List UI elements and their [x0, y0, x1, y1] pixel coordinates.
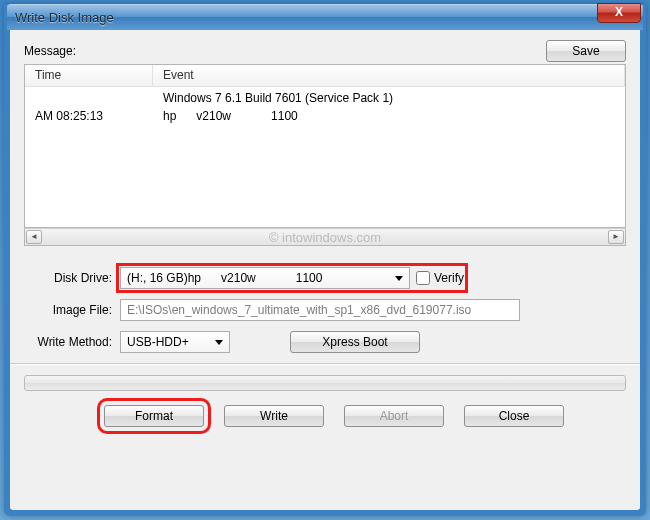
- message-label: Message:: [24, 44, 76, 58]
- titlebar[interactable]: Write Disk Image X: [7, 4, 643, 30]
- client-area: Message: Save Time Event Windows 7 6.1 B…: [10, 30, 640, 510]
- format-button[interactable]: Format: [104, 405, 204, 427]
- col-event[interactable]: Event: [153, 65, 625, 86]
- divider: [10, 363, 640, 365]
- close-button[interactable]: Close: [464, 405, 564, 427]
- verify-label: Verify: [434, 271, 464, 285]
- window: Write Disk Image X Message: Save Time Ev…: [4, 4, 646, 516]
- image-file-label: Image File:: [24, 303, 120, 317]
- write-method-label: Write Method:: [24, 335, 120, 349]
- disk-drive-label: Disk Drive:: [24, 271, 120, 285]
- list-row[interactable]: AM 08:25:13 hp v210w 1100: [25, 107, 625, 125]
- horizontal-scrollbar[interactable]: ◄ ►: [24, 228, 626, 246]
- event-list[interactable]: Time Event Windows 7 6.1 Build 7601 (Ser…: [24, 64, 626, 228]
- abort-button[interactable]: Abort: [344, 405, 444, 427]
- close-icon[interactable]: X: [597, 3, 641, 23]
- list-row[interactable]: Windows 7 6.1 Build 7601 (Service Pack 1…: [25, 89, 625, 107]
- verify-checkbox[interactable]: [416, 271, 430, 285]
- progress-bar: [24, 375, 626, 391]
- disk-drive-select[interactable]: (H:, 16 GB)hp v210w 1100: [120, 267, 410, 289]
- window-title: Write Disk Image: [15, 10, 114, 25]
- xpress-boot-button[interactable]: Xpress Boot: [290, 331, 420, 353]
- col-time[interactable]: Time: [25, 65, 153, 86]
- scroll-right-icon[interactable]: ►: [608, 230, 624, 244]
- save-button[interactable]: Save: [546, 40, 626, 62]
- image-file-field[interactable]: E:\ISOs\en_windows_7_ultimate_with_sp1_x…: [120, 299, 520, 321]
- write-button[interactable]: Write: [224, 405, 324, 427]
- scroll-left-icon[interactable]: ◄: [26, 230, 42, 244]
- write-method-select[interactable]: USB-HDD+: [120, 331, 230, 353]
- list-header: Time Event: [25, 65, 625, 87]
